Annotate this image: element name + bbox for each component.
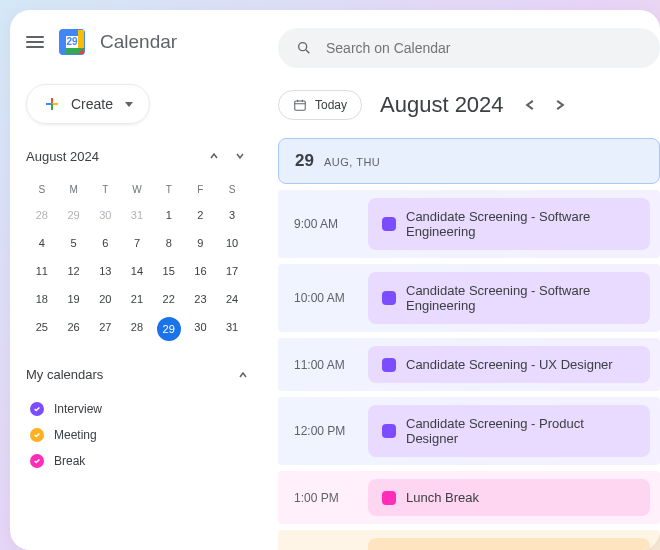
search-bar[interactable] [278,28,660,68]
mini-cal-day[interactable]: 16 [185,257,217,285]
mini-cal-day[interactable]: 3 [216,201,248,229]
mini-cal-day[interactable]: 8 [153,229,185,257]
mini-cal-day[interactable]: 19 [58,285,90,313]
event-title: Lunch Break [406,490,479,505]
menu-icon[interactable] [26,36,44,48]
mini-cal-day[interactable]: 14 [121,257,153,285]
calendar-icon [293,98,307,112]
mini-cal-day[interactable]: 11 [26,257,58,285]
mini-cal-day[interactable]: 30 [89,201,121,229]
event-pill[interactable]: Candidate Screening - Software Engineeri… [368,272,650,324]
header: 29 Calendar [26,28,248,56]
calendar-check-icon [30,428,44,442]
search-icon [296,40,312,56]
view-header: Today August 2024 [278,90,660,120]
event-category-icon [382,424,396,438]
mini-cal-next[interactable] [232,148,248,164]
mini-cal-day[interactable]: 26 [58,313,90,345]
mini-cal-day[interactable]: 29 [58,201,90,229]
mini-cal-day[interactable]: 24 [216,285,248,313]
mini-cal-day[interactable]: 1 [153,201,185,229]
event-category-icon [382,291,396,305]
event-title: Candidate Screening - UX Designer [406,357,613,372]
my-calendars-label: My calendars [26,367,103,382]
my-calendars: My calendars InterviewMeetingBreak [26,367,248,474]
mini-cal-day[interactable]: 15 [153,257,185,285]
today-button[interactable]: Today [278,90,362,120]
main-panel: Today August 2024 29 AUG, THU 9:00 AMCan… [264,10,660,550]
mini-cal-day[interactable]: 18 [26,285,58,313]
mini-cal-day[interactable]: 6 [89,229,121,257]
calendar-app: 29 Calendar Create August 2024 SMTWTFS [10,10,660,550]
mini-cal-day[interactable]: 5 [58,229,90,257]
mini-cal-dow: S [26,178,58,201]
mini-cal-day[interactable]: 9 [185,229,217,257]
event-row[interactable]: 10:00 AMCandidate Screening - Software E… [278,264,660,332]
svg-rect-13 [295,101,306,110]
calendar-item[interactable]: Interview [26,396,248,422]
event-list: 9:00 AMCandidate Screening - Software En… [278,190,660,550]
mini-cal-day[interactable]: 28 [121,313,153,345]
mini-cal-day[interactable]: 30 [185,313,217,345]
calendar-item-label: Meeting [54,428,97,442]
mini-cal-day[interactable]: 31 [216,313,248,345]
event-row[interactable]: 1:00 PMLunch Break [278,471,660,524]
mini-cal-dow: W [121,178,153,201]
mini-cal-dow: T [89,178,121,201]
calendar-item-label: Interview [54,402,102,416]
event-title: Candidate Screening - Software Engineeri… [406,283,636,313]
event-title: Candidate Screening - Product Designer [406,416,636,446]
svg-point-11 [299,43,307,51]
calendar-check-icon [30,402,44,416]
mini-cal-day[interactable]: 12 [58,257,90,285]
event-pill[interactable]: Candidate Screening - Product Designer [368,405,650,457]
prev-period[interactable] [522,97,538,113]
mini-cal-day[interactable]: 21 [121,285,153,313]
calendar-item-label: Break [54,454,85,468]
mini-cal-day[interactable]: 29 [157,317,181,341]
day-label: AUG, THU [324,156,380,168]
search-input[interactable] [326,40,642,56]
my-calendars-toggle[interactable]: My calendars [26,367,248,382]
next-period[interactable] [552,97,568,113]
mini-cal-day[interactable]: 25 [26,313,58,345]
mini-cal-day[interactable]: 27 [89,313,121,345]
event-category-icon [382,491,396,505]
mini-cal-day[interactable]: 20 [89,285,121,313]
mini-cal-day[interactable]: 7 [121,229,153,257]
event-time: 10:00 AM [294,291,368,305]
mini-cal-day[interactable]: 23 [185,285,217,313]
mini-cal-day[interactable]: 17 [216,257,248,285]
mini-cal-dow: T [153,178,185,201]
event-pill[interactable]: Candidate Screening - UX Designer [368,346,650,383]
app-title: Calendar [100,31,177,53]
calendar-item[interactable]: Break [26,448,248,474]
day-header[interactable]: 29 AUG, THU [278,138,660,184]
day-number: 29 [295,151,314,171]
mini-cal-dow: S [216,178,248,201]
mini-cal-day[interactable]: 2 [185,201,217,229]
svg-text:29: 29 [66,36,78,47]
event-pill[interactable]: Internal Meeting - Candidate Selection [368,538,650,550]
event-category-icon [382,217,396,231]
event-title: Candidate Screening - Software Engineeri… [406,209,636,239]
mini-cal-day[interactable]: 4 [26,229,58,257]
view-title: August 2024 [380,92,504,118]
event-row[interactable]: 11:00 AMCandidate Screening - UX Designe… [278,338,660,391]
mini-cal-day[interactable]: 22 [153,285,185,313]
event-row[interactable]: 9:00 AMCandidate Screening - Software En… [278,190,660,258]
mini-cal-day[interactable]: 31 [121,201,153,229]
event-row[interactable]: 2:00 PMInternal Meeting - Candidate Sele… [278,530,660,550]
mini-cal-day[interactable]: 10 [216,229,248,257]
event-pill[interactable]: Candidate Screening - Software Engineeri… [368,198,650,250]
calendar-item[interactable]: Meeting [26,422,248,448]
create-button[interactable]: Create [26,84,150,124]
event-row[interactable]: 12:00 PMCandidate Screening - Product De… [278,397,660,465]
mini-cal-day[interactable]: 13 [89,257,121,285]
event-pill[interactable]: Lunch Break [368,479,650,516]
mini-cal-day[interactable]: 28 [26,201,58,229]
mini-cal-prev[interactable] [206,148,222,164]
mini-calendar-title: August 2024 [26,149,99,164]
event-time: 1:00 PM [294,491,368,505]
mini-calendar: SMTWTFS 28293031123456789101112131415161… [26,178,248,345]
